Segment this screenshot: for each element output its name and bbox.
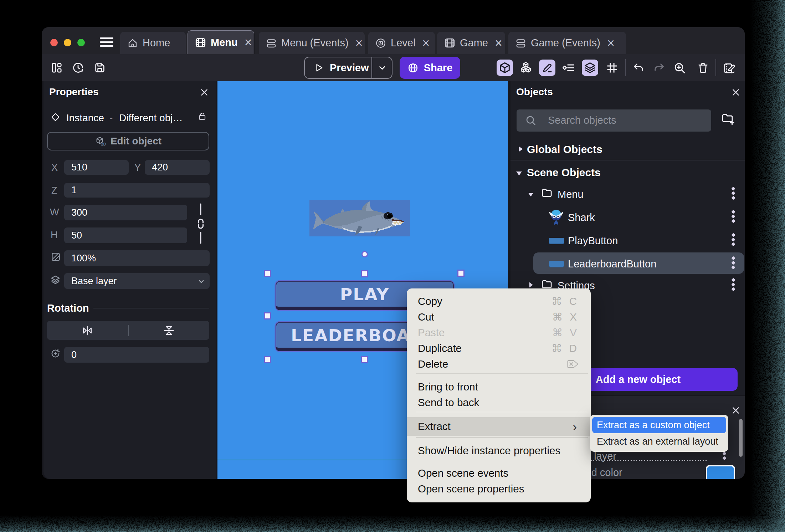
shark-options-icon[interactable] (732, 210, 735, 225)
traffic-light-minimize[interactable] (64, 39, 71, 46)
selection-handle-bottom-center[interactable] (361, 356, 368, 363)
wh-link-icon[interactable] (197, 203, 205, 244)
search-placeholder: Search objects (548, 114, 616, 126)
instances-list-button[interactable] (560, 60, 577, 76)
tab-game[interactable]: Game × (437, 32, 505, 54)
menu-item-show-hide-instance-properties[interactable]: Show/Hide instance properties (407, 443, 591, 459)
add-folder-icon[interactable] (721, 112, 735, 126)
close-layers-icon[interactable] (731, 406, 740, 415)
h-field-input[interactable]: 50 (64, 227, 187, 243)
tab-label: Home (143, 37, 170, 49)
tree-item-menu-folder[interactable]: Menu (558, 189, 584, 200)
layers-scrollbar[interactable] (739, 419, 743, 457)
unlock-icon[interactable] (197, 112, 207, 121)
background-color-swatch[interactable] (706, 465, 735, 479)
history-icon[interactable] (72, 62, 84, 74)
tab-menu[interactable]: Menu × (188, 30, 254, 54)
opacity-field-input[interactable]: 100% (64, 250, 210, 266)
preview-button-group: Preview (304, 57, 392, 79)
flip-vertical-button[interactable] (129, 324, 210, 337)
grid-button[interactable] (604, 60, 620, 76)
edit-scene-properties-icon[interactable] (723, 62, 735, 74)
menu-item-open-scene-events[interactable]: Open scene events (407, 465, 591, 481)
tab-home[interactable]: Home (120, 32, 186, 54)
menu-item-cut[interactable]: Cut⌘ X (407, 309, 591, 325)
submenu-item-extract-external-layout[interactable]: Extract as an external layout (592, 433, 726, 450)
global-objects-section[interactable]: Global Objects (527, 143, 602, 155)
menu-item-send-to-back[interactable]: Send to back (407, 395, 591, 410)
z-field-input[interactable]: 1 (64, 183, 210, 198)
leaderboard-button-options-icon[interactable] (732, 257, 735, 271)
traffic-light-zoom[interactable] (77, 39, 85, 46)
menu-separator (416, 460, 588, 461)
close-objects-icon[interactable] (731, 88, 740, 97)
layers-list-button[interactable] (582, 60, 598, 76)
rotate-handle[interactable] (361, 251, 368, 257)
tab-label: Level (391, 37, 415, 49)
edit-object-button[interactable]: 2D Edit object (47, 132, 209, 150)
expand-triangle-right-icon[interactable] (528, 282, 534, 288)
layer-select[interactable]: Base layer (64, 273, 210, 289)
zoom-icon[interactable] (673, 62, 686, 74)
add-object-label: Add a new object (596, 374, 681, 385)
w-field-input[interactable]: 300 (64, 205, 187, 220)
tab-close-icon[interactable]: × (607, 37, 615, 50)
menu-item-delete[interactable]: Delete (407, 356, 591, 372)
menu-separator (416, 412, 588, 413)
traffic-light-close[interactable] (50, 39, 58, 46)
play-button-options-icon[interactable] (732, 234, 735, 248)
settings-options-icon[interactable] (732, 278, 735, 293)
undo-icon[interactable] (632, 62, 644, 74)
preview-dropdown-button[interactable] (372, 63, 392, 72)
selection-handle-top-center[interactable] (361, 270, 368, 277)
collapse-triangle-down-icon[interactable] (528, 192, 534, 197)
redo-icon[interactable] (653, 62, 665, 74)
selection-handle-top-right[interactable] (457, 270, 465, 277)
tab-close-icon[interactable]: × (245, 36, 252, 49)
close-properties-icon[interactable] (200, 88, 209, 97)
tab-close-icon[interactable]: × (495, 37, 502, 50)
shark-sprite[interactable] (309, 200, 410, 236)
instances-list-icon (562, 61, 575, 75)
rotation-field-input[interactable]: 0 (64, 347, 209, 363)
tab-close-icon[interactable]: × (422, 37, 430, 50)
y-field-input[interactable]: 420 (145, 160, 210, 175)
shortcut-label: ⌘ X (552, 311, 579, 323)
preview-button[interactable]: Preview (305, 62, 371, 74)
save-icon[interactable] (94, 62, 106, 74)
scene-objects-section[interactable]: Scene Objects (527, 167, 601, 179)
toggle-3d-view-button[interactable] (497, 60, 513, 76)
search-icon (525, 115, 537, 126)
menu-folder-options-icon[interactable] (732, 187, 735, 201)
menu-item-open-scene-properties[interactable]: Open scene properties (407, 481, 591, 497)
flip-horizontal-button[interactable] (47, 324, 128, 337)
main-menu-icon[interactable] (100, 37, 113, 47)
selection-handle-mid-left[interactable] (264, 312, 271, 319)
tree-item-leaderboard-button[interactable]: LeaderboardButton (568, 258, 656, 270)
tree-item-shark[interactable]: Shark (568, 212, 595, 224)
edit-mode-button[interactable] (539, 60, 555, 76)
menu-item-copy[interactable]: Copy⌘ C (407, 293, 591, 309)
selection-handle-top-left[interactable] (264, 270, 271, 277)
tab-label: Menu (211, 37, 238, 48)
menu-item-bring-to-front[interactable]: Bring to front (407, 379, 591, 395)
submenu-item-extract-custom-object[interactable]: Extract as a custom object (592, 417, 726, 433)
open-project-manager-icon[interactable] (51, 62, 63, 74)
x-field-input[interactable]: 510 (64, 160, 129, 175)
instance-kind-label: Instance (66, 112, 104, 124)
menu-item-duplicate[interactable]: Duplicate⌘ D (407, 341, 591, 356)
collapse-triangle-down-icon[interactable] (515, 170, 523, 176)
selection-handle-bottom-left[interactable] (264, 356, 271, 363)
tab-level[interactable]: Level × (368, 32, 435, 54)
tab-menu-events[interactable]: Menu (Events) × (259, 32, 365, 54)
search-objects-input[interactable]: Search objects (517, 109, 711, 132)
objects-mode-button[interactable] (518, 60, 534, 76)
trash-icon[interactable] (697, 62, 709, 74)
desktop-wallpaper (0, 514, 785, 532)
menu-item-extract[interactable]: Extract› (407, 417, 591, 436)
share-button[interactable]: Share (400, 57, 460, 79)
tab-game-events[interactable]: Game (Events) × (508, 32, 626, 54)
expand-triangle-right-icon[interactable] (518, 145, 523, 153)
tree-item-play-button[interactable]: PlayButton (568, 235, 618, 247)
tab-close-icon[interactable]: × (355, 37, 363, 50)
